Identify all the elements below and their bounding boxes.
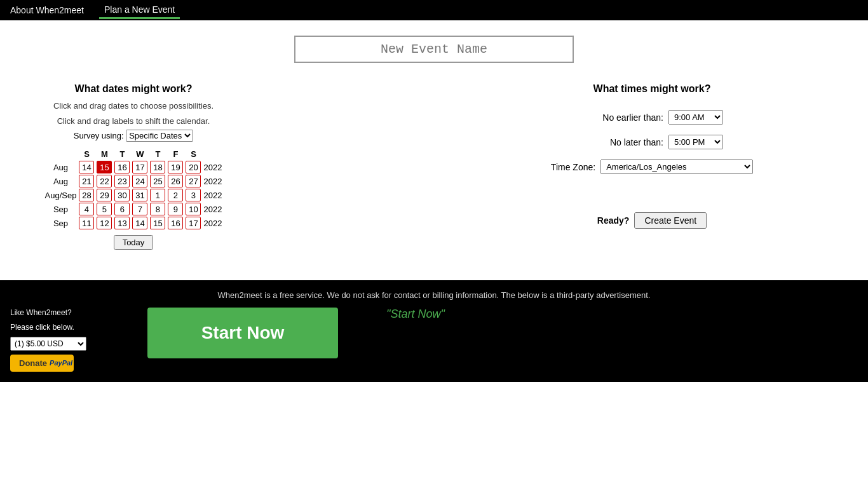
times-heading: What times might work?	[461, 83, 843, 95]
col-sat: S	[184, 148, 202, 160]
timezone-label: Time Zone:	[551, 162, 595, 172]
calendar-day[interactable]: 24	[132, 175, 147, 187]
calendar-day[interactable]: 29	[97, 189, 112, 201]
donate-button[interactable]: Donate PayPal	[10, 355, 74, 372]
timezone-row: Time Zone: America/Los_Angeles America/N…	[461, 159, 843, 174]
calendar-day[interactable]: 16	[168, 217, 183, 229]
month-label[interactable]: Sep	[44, 216, 78, 230]
col-mon: M	[95, 148, 113, 160]
times-section: What times might work? No earlier than: …	[461, 83, 843, 229]
calendar-day[interactable]: 11	[79, 217, 94, 229]
calendar-day[interactable]: 28	[79, 189, 94, 201]
year-label: 2022	[202, 174, 223, 188]
today-button[interactable]: Today	[114, 235, 154, 250]
calendar-day[interactable]: 27	[186, 175, 201, 187]
start-now-ad-button[interactable]: Start Now	[147, 308, 338, 358]
calendar-day[interactable]: 26	[168, 175, 183, 187]
year-label: 2022	[202, 202, 223, 216]
no-earlier-select[interactable]: 12:00 AM1:00 AM2:00 AM 3:00 AM4:00 AM5:0…	[668, 110, 723, 125]
plan-new-event-link[interactable]: Plan a New Event	[99, 2, 180, 19]
calendar-day[interactable]: 21	[79, 175, 94, 187]
dates-instruction1: Click and drag dates to choose possibili…	[25, 100, 241, 112]
about-link[interactable]: About When2meet	[5, 3, 89, 18]
calendar-day[interactable]: 4	[79, 203, 94, 215]
dates-instruction2: Click and drag labels to shift the calen…	[25, 115, 241, 128]
start-now-link[interactable]: "Start Now"	[386, 308, 445, 321]
calendar-day[interactable]: 16	[114, 161, 130, 173]
paypal-icon: PayPal	[50, 359, 72, 367]
dates-section: What dates might work? Click and drag da…	[25, 83, 241, 250]
donate-line2: Please click below.	[10, 322, 99, 333]
no-later-row: No later than: 12:00 AM1:00 AM2:00 AM 3:…	[461, 135, 843, 149]
calendar-day[interactable]: 1	[150, 189, 165, 201]
calendar-day[interactable]: 10	[186, 203, 201, 215]
month-label[interactable]: Sep	[44, 202, 78, 216]
donate-line1: Like When2meet?	[10, 308, 99, 318]
dates-heading: What dates might work?	[25, 83, 241, 95]
donate-amount-select[interactable]: (1) $5.00 USD (2) $10.00 USD (3) $20.00 …	[10, 337, 86, 351]
survey-label: Survey using:	[74, 131, 124, 140]
month-label[interactable]: Aug	[44, 174, 78, 188]
calendar-day[interactable]: 3	[186, 189, 201, 201]
calendar-day[interactable]: 17	[186, 217, 201, 229]
calendar-day[interactable]: 5	[97, 203, 112, 215]
two-column-layout: What dates might work? Click and drag da…	[25, 83, 843, 250]
calendar-table: S M T W T F S Aug141516171819202022Aug21…	[44, 148, 224, 230]
calendar-day[interactable]: 9	[168, 203, 183, 215]
donate-label: Donate	[19, 358, 47, 368]
calendar-day[interactable]: 2	[168, 189, 183, 201]
no-earlier-row: No earlier than: 12:00 AM1:00 AM2:00 AM …	[461, 110, 843, 125]
footer: When2meet is a free service. We do not a…	[0, 280, 868, 382]
calendar-day[interactable]: 12	[97, 217, 112, 229]
main-content: What dates might work? Click and drag da…	[0, 20, 868, 265]
create-event-button[interactable]: Create Event	[634, 212, 707, 229]
col-wed: W	[131, 148, 149, 160]
footer-content: Like When2meet? Please click below. (1) …	[10, 308, 858, 372]
col-fri: F	[166, 148, 184, 160]
calendar-day[interactable]: 22	[97, 175, 112, 187]
calendar-day[interactable]: 18	[150, 161, 165, 173]
event-name-row	[25, 36, 843, 63]
calendar-day[interactable]: 14	[79, 161, 94, 173]
event-name-input[interactable]	[294, 36, 574, 63]
calendar-day[interactable]: 8	[150, 203, 165, 215]
ready-row: Ready? Create Event	[461, 212, 843, 229]
no-earlier-label: No earlier than:	[581, 112, 663, 123]
col-thu: T	[149, 148, 166, 160]
footer-notice: When2meet is a free service. We do not a…	[10, 290, 858, 300]
no-later-label: No later than:	[581, 137, 663, 147]
calendar-day[interactable]: 15	[150, 217, 165, 229]
year-label: 2022	[202, 188, 223, 202]
calendar-day[interactable]: 25	[150, 175, 165, 187]
calendar-day[interactable]: 17	[132, 161, 147, 173]
navigation: About When2meet Plan a New Event	[0, 0, 868, 20]
calendar-day[interactable]: 20	[186, 161, 201, 173]
calendar-day[interactable]: 31	[132, 189, 147, 201]
survey-row: Survey using: Specific Dates Days of Wee…	[25, 130, 241, 142]
col-tue: T	[113, 148, 131, 160]
calendar-day[interactable]: 7	[132, 203, 147, 215]
month-label[interactable]: Aug	[44, 160, 78, 174]
calendar-day[interactable]: 23	[114, 175, 130, 187]
month-label[interactable]: Aug/Sep	[44, 188, 78, 202]
calendar-day[interactable]: 6	[114, 203, 130, 215]
timezone-select[interactable]: America/Los_Angeles America/New_York Ame…	[600, 159, 753, 174]
survey-select[interactable]: Specific Dates Days of Week	[126, 130, 193, 142]
year-label: 2022	[202, 216, 223, 230]
ready-label: Ready?	[597, 215, 630, 226]
year-label: 2022	[202, 160, 223, 174]
donate-section: Like When2meet? Please click below. (1) …	[10, 308, 99, 372]
calendar-day[interactable]: 15	[97, 161, 112, 173]
calendar-day[interactable]: 19	[168, 161, 183, 173]
calendar-day[interactable]: 13	[114, 217, 130, 229]
col-sun: S	[78, 148, 95, 160]
calendar-day[interactable]: 14	[132, 217, 147, 229]
calendar-day[interactable]: 30	[114, 189, 130, 201]
no-later-select[interactable]: 12:00 AM1:00 AM2:00 AM 3:00 AM4:00 AM5:0…	[668, 135, 723, 149]
